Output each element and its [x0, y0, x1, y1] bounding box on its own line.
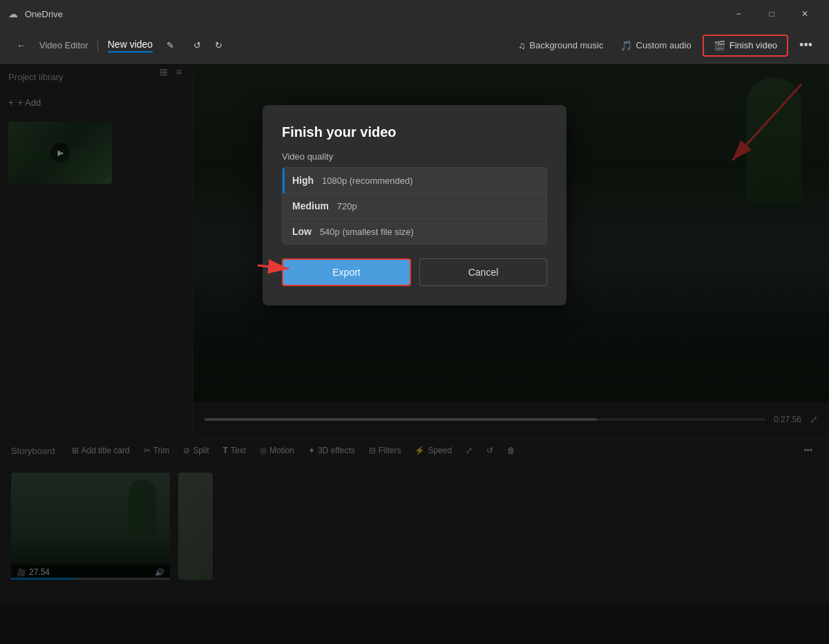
undo-button[interactable]: ↺: [188, 36, 207, 55]
back-button[interactable]: ←: [11, 36, 31, 55]
music-icon: ♫: [518, 40, 526, 51]
toolbar-left: ← Video Editor | New video ✎ ↺ ↻: [11, 36, 507, 55]
title-bar-left: ☁ OneDrive: [8, 8, 63, 19]
custom-audio-label: Custom audio: [636, 40, 692, 50]
finish-video-dialog: Finish your video Video quality High 108…: [263, 105, 566, 305]
undo-icon: ↺: [193, 40, 201, 50]
finish-video-icon: 🎬: [714, 40, 725, 51]
dialog-overlay: Finish your video Video quality High 108…: [0, 64, 829, 644]
quality-medium-desc: 720p: [337, 201, 357, 211]
undo-redo-group: ↺ ↻: [188, 36, 228, 55]
app-label: Video Editor: [39, 40, 88, 50]
edit-icon: ✎: [166, 40, 174, 50]
redo-button[interactable]: ↻: [209, 36, 228, 55]
toolbar: ← Video Editor | New video ✎ ↺ ↻ ♫ Backg…: [0, 28, 829, 64]
window-controls: − □ ✕: [723, 3, 821, 25]
dialog-buttons-area: Export Cancel: [282, 258, 547, 286]
audio-icon: 🎵: [620, 40, 632, 51]
quality-label: Video quality: [282, 151, 547, 162]
current-tab[interactable]: New video: [108, 39, 153, 53]
finish-video-label: Finish video: [730, 40, 777, 50]
quality-options: High 1080p (recommended) Medium 720p Low…: [282, 167, 547, 245]
title-bar: ☁ OneDrive − □ ✕: [0, 0, 829, 28]
quality-low-label: Low: [292, 226, 312, 237]
more-options-button[interactable]: •••: [794, 35, 818, 55]
quality-medium[interactable]: Medium 720p: [283, 193, 546, 219]
cloud-icon: ☁: [8, 8, 18, 19]
quality-low[interactable]: Low 540p (smallest file size): [283, 219, 546, 244]
back-icon: ←: [17, 40, 26, 50]
background-music-button[interactable]: ♫ Background music: [513, 36, 609, 55]
dialog-title: Finish your video: [282, 124, 547, 140]
custom-audio-button[interactable]: 🎵 Custom audio: [615, 36, 697, 55]
redo-icon: ↻: [215, 40, 222, 50]
quality-high-label: High: [292, 175, 314, 186]
cancel-button[interactable]: Cancel: [419, 258, 547, 286]
minimize-button[interactable]: −: [723, 3, 754, 25]
dialog-buttons: Export Cancel: [282, 258, 547, 286]
background-music-label: Background music: [530, 40, 604, 50]
close-button[interactable]: ✕: [789, 3, 821, 25]
quality-high-desc: 1080p (recommended): [322, 176, 413, 186]
quality-high[interactable]: High 1080p (recommended): [283, 168, 546, 193]
finish-video-button[interactable]: 🎬 Finish video: [703, 35, 788, 57]
quality-low-desc: 540p (smallest file size): [320, 227, 414, 237]
quality-medium-label: Medium: [292, 200, 329, 211]
edit-title-button[interactable]: ✎: [161, 36, 180, 55]
app-title: OneDrive: [25, 9, 63, 19]
maximize-button[interactable]: □: [756, 3, 788, 25]
toolbar-right: ♫ Background music 🎵 Custom audio 🎬 Fini…: [513, 35, 818, 57]
export-button[interactable]: Export: [282, 258, 411, 286]
divider: |: [97, 39, 99, 52]
